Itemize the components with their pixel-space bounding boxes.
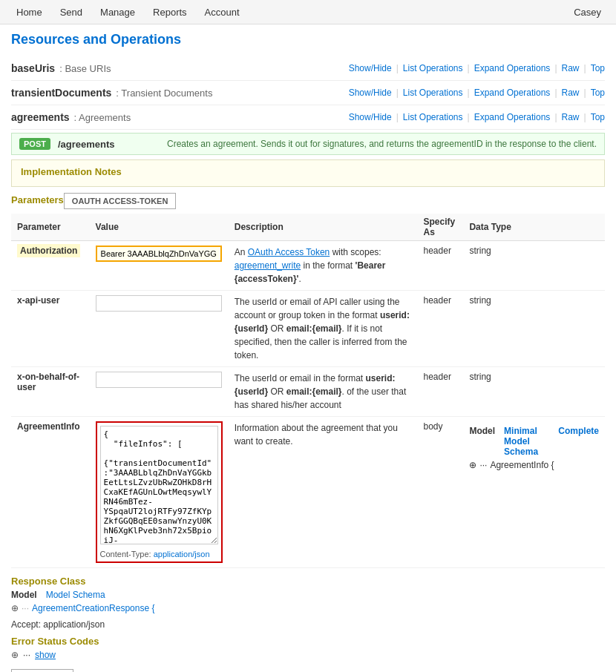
try-it-out-button[interactable]: Try it out! [11, 669, 73, 672]
resource-name-baseuris: baseUris [11, 62, 55, 74]
col-data-type: Data Type [463, 214, 605, 241]
error-expand-icon[interactable]: ⊕ [11, 650, 19, 660]
col-value: Value [90, 214, 229, 241]
xapiuser-desc: The userId or email of API caller using … [235, 295, 412, 362]
show-link[interactable]: show [35, 650, 56, 660]
raw-transient[interactable]: Raw [562, 88, 580, 98]
col-parameter: Parameter [11, 214, 90, 241]
content-type-label: Content-Type: application/json [100, 550, 218, 559]
nav-manage[interactable]: Manage [91, 0, 144, 24]
oauth-access-token-button[interactable]: OAUTH ACCESS-TOKEN [64, 193, 177, 209]
impl-notes: Implementation Notes [11, 159, 605, 187]
agreement-info-schema-name[interactable]: AgreementInfo { [490, 460, 554, 470]
top-baseuris[interactable]: Top [591, 63, 605, 73]
param-name-authorization: Authorization [17, 244, 80, 257]
show-hide-agreements[interactable]: Show/Hide [349, 112, 392, 122]
authorization-input[interactable] [96, 246, 222, 262]
list-ops-agreements[interactable]: List Operations [403, 112, 463, 122]
resource-desc-baseuris: : Base URIs [59, 63, 111, 74]
authorization-specify: header [424, 246, 451, 256]
agreement-write-link[interactable]: agreement_write [235, 260, 301, 271]
response-model-tabs: Model Model Schema [11, 590, 605, 600]
resource-name-agreements: agreements [11, 111, 70, 123]
agreementinfo-desc: Information about the agreement that you… [235, 421, 412, 448]
table-row: x-api-user The userId or email of API ca… [11, 291, 605, 367]
xonbehalf-desc: The userId or email in the format userid… [235, 372, 412, 412]
params-title: Parameters [11, 194, 64, 205]
expand-ops-baseuris[interactable]: Expand Operations [474, 63, 551, 73]
resource-row-transient: transientDocuments : Transient Documents… [11, 81, 605, 105]
agreementinfo-specify: body [424, 421, 443, 432]
agreementinfo-model-section: Model Minimal Model Schema Complete ⊕ ··… [469, 426, 599, 470]
param-name-xapiuser: x-api-user [17, 295, 59, 306]
nav-reports[interactable]: Reports [144, 0, 196, 24]
response-tab-schema[interactable]: Model Schema [46, 590, 105, 600]
response-schema-name[interactable]: AgreementCreationResponse { [32, 603, 154, 613]
resource-desc-agreements: : Agreements [74, 112, 131, 123]
response-dots: ··· [22, 603, 29, 613]
error-row: ⊕ ··· show [11, 650, 605, 660]
params-section: Parameters OAUTH ACCESS-TOKEN Parameter … [11, 193, 605, 568]
error-status-title: Error Status Codes [11, 636, 605, 647]
model-tab-model[interactable]: Model [469, 426, 495, 457]
table-row: x-on-behalf-of-user The userId or email … [11, 367, 605, 417]
resource-desc-transient: : Transient Documents [116, 88, 212, 99]
agreement-info-model-item: ⊕ ··· AgreementInfo { [469, 460, 599, 470]
main-content: Resources and Operations baseUris : Base… [0, 24, 616, 672]
agreement-info-cell: { "fileInfos": [ {"transientDocumentId":… [96, 421, 223, 563]
oauth-token-link[interactable]: OAuth Access Token [248, 247, 330, 257]
response-tab-model[interactable]: Model [11, 590, 37, 600]
model-tab-minimal[interactable]: Minimal Model Schema [504, 426, 549, 457]
param-name-xonbehalf: x-on-behalf-of-user [17, 372, 79, 392]
xapiuser-input[interactable] [96, 295, 222, 312]
resource-actions-transient: Show/Hide | List Operations | Expand Ope… [349, 88, 605, 98]
show-hide-baseuris[interactable]: Show/Hide [349, 63, 392, 73]
xapiuser-type: string [469, 295, 491, 306]
resource-actions-baseuris: Show/Hide | List Operations | Expand Ope… [349, 63, 605, 73]
xonbehalf-input[interactable] [96, 372, 222, 388]
resource-name-transient: transientDocuments [11, 87, 111, 99]
authorization-type: string [469, 246, 491, 256]
response-class-title: Response Class [11, 576, 605, 587]
response-schema-item: ⊕ ··· AgreementCreationResponse { [11, 603, 605, 613]
endpoint-path: /agreements [58, 139, 115, 150]
model-tab-complete[interactable]: Complete [558, 426, 599, 457]
impl-notes-title: Implementation Notes [21, 166, 595, 177]
xonbehalf-type: string [469, 372, 491, 382]
expand-ops-agreements[interactable]: Expand Operations [474, 112, 551, 122]
show-hide-transient[interactable]: Show/Hide [349, 88, 392, 98]
resource-actions-agreements: Show/Hide | List Operations | Expand Ope… [349, 112, 605, 122]
table-row: AgreementInfo { "fileInfos": [ {"transie… [11, 417, 605, 568]
agreement-info-textarea[interactable]: { "fileInfos": [ {"transientDocumentId":… [100, 426, 218, 544]
top-agreements[interactable]: Top [591, 112, 605, 122]
raw-baseuris[interactable]: Raw [562, 63, 580, 73]
raw-agreements[interactable]: Raw [562, 112, 580, 122]
xonbehalf-specify: header [424, 372, 451, 382]
resource-row-agreements: agreements : Agreements Show/Hide | List… [11, 105, 605, 130]
navbar: Home Send Manage Reports Account Casey [0, 0, 616, 24]
content-type-value: application/json [154, 550, 210, 559]
expand-ops-transient[interactable]: Expand Operations [474, 88, 551, 98]
table-header-row: Parameter Value Description Specify As D… [11, 214, 605, 241]
params-table: Parameter Value Description Specify As D… [11, 214, 605, 568]
error-dots: ··· [23, 650, 30, 660]
method-badge: POST [19, 138, 50, 150]
param-name-agreementinfo: AgreementInfo [17, 421, 80, 432]
authorization-desc: An OAuth Access Token with scopes: agree… [235, 246, 412, 286]
nav-home[interactable]: Home [7, 0, 51, 24]
expand-icon[interactable]: ⊕ [469, 460, 476, 470]
page-title: Resources and Operations [11, 32, 605, 47]
top-transient[interactable]: Top [591, 88, 605, 98]
accept-line: Accept: application/json [11, 619, 605, 630]
response-expand-icon[interactable]: ⊕ [11, 603, 19, 613]
endpoint-description: Creates an agreement. Sends it out for s… [167, 139, 597, 149]
nav-account[interactable]: Account [196, 0, 249, 24]
list-ops-baseuris[interactable]: List Operations [403, 63, 463, 73]
table-row: Authorization An OAuth Access Token with… [11, 241, 605, 291]
resource-row-baseuris: baseUris : Base URIs Show/Hide | List Op… [11, 56, 605, 81]
col-specify-as: Specify As [418, 214, 464, 241]
list-ops-transient[interactable]: List Operations [403, 88, 463, 98]
nav-send[interactable]: Send [51, 0, 91, 24]
post-row[interactable]: POST /agreements Creates an agreement. S… [11, 133, 605, 155]
xapiuser-specify: header [424, 295, 451, 306]
